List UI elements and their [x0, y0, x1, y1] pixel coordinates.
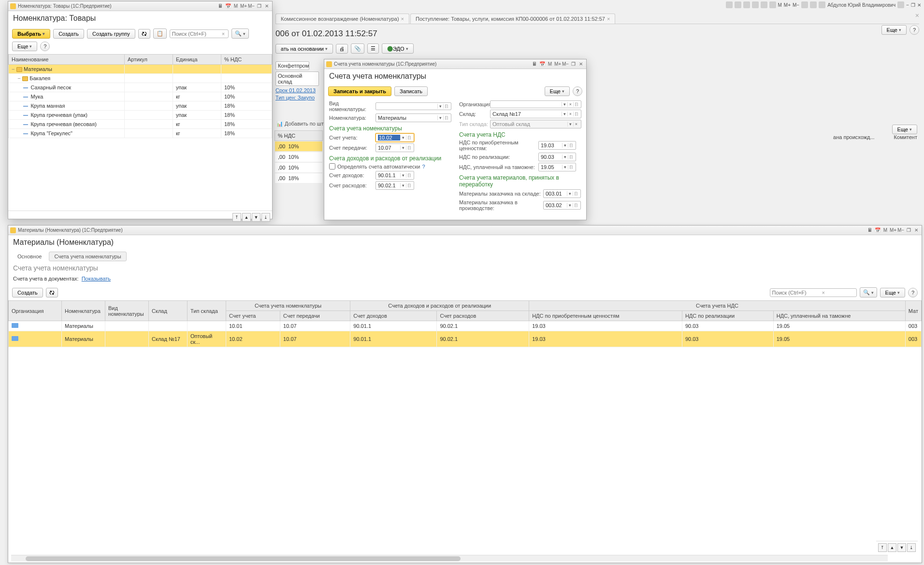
print-button[interactable]: 🖨 [336, 44, 348, 54]
close-icon[interactable]: × [607, 16, 610, 22]
save-close-button[interactable]: Записать и закрыть [328, 86, 391, 96]
table-row[interactable]: МатериалыСклад №17Оптовый ск...10.0210.0… [9, 331, 922, 347]
list-button[interactable]: ☰ [367, 43, 379, 54]
mminus-label[interactable]: M− [897, 227, 904, 234]
create-button[interactable]: Создать [53, 29, 84, 39]
restore-icon[interactable]: ❐ [256, 3, 262, 10]
info-icon[interactable] [897, 1, 904, 8]
table-row[interactable]: Крупа маннаяупак18% [9, 101, 272, 111]
m-label[interactable]: M [547, 61, 553, 68]
price-type-link[interactable]: Тип цен: Закупо [275, 95, 315, 100]
window-titlebar[interactable]: Материалы (Номенклатура) (1С:Предприятие… [8, 226, 922, 235]
close-icon[interactable]: × [915, 12, 919, 19]
kind-input[interactable]: ▾⌸ [375, 102, 451, 110]
table-row[interactable]: Мукакг10% [9, 92, 272, 101]
m-label[interactable]: M [778, 2, 782, 8]
help-button[interactable]: ? [40, 42, 50, 51]
m-label[interactable]: M [882, 227, 889, 234]
pager-up[interactable]: ▲ [888, 543, 896, 552]
expense-account-input[interactable]: 90.02.1▾⌸ [375, 181, 414, 190]
search-input[interactable]: × [770, 288, 857, 297]
tab-accounts[interactable]: Счета учета номенклатуры [49, 252, 126, 261]
mplus-label[interactable]: M+ [240, 3, 247, 10]
calc-icon[interactable]: 🖩 [531, 61, 538, 68]
help-hint-icon[interactable]: ? [422, 164, 425, 170]
clear-icon[interactable]: × [821, 290, 826, 296]
refresh-button[interactable]: 🗘 [138, 29, 150, 39]
nds-out-input[interactable]: 90.03▾⌸ [538, 153, 576, 161]
mminus-label[interactable]: M− [793, 2, 799, 8]
nds-customs-input[interactable]: 19.05▾⌸ [538, 163, 576, 171]
restore-icon[interactable]: ❐ [905, 227, 912, 234]
star-icon[interactable] [819, 1, 825, 8]
tab-commission[interactable]: Комиссионное вознаграждение (Номенклатур… [275, 14, 409, 24]
close-icon[interactable]: × [401, 16, 404, 22]
pager-down[interactable]: ▼ [897, 543, 906, 552]
create-based-on-button[interactable]: ать на основании [275, 44, 333, 54]
calendar-icon[interactable]: 📅 [225, 3, 231, 10]
attach-button[interactable]: 📎 [351, 43, 364, 54]
nomenclature-table[interactable]: Наименование Артикул Единица % НДС −Мате… [8, 54, 272, 138]
mat-prod-input[interactable]: 003.02▾⌸ [543, 201, 581, 210]
window-titlebar[interactable]: Счета учета номенклатуры (1С:Предприятие… [324, 59, 586, 69]
toolbar-icon[interactable] [726, 1, 733, 8]
toolbar-icon[interactable] [752, 1, 759, 8]
more-button[interactable]: Еще [545, 86, 570, 96]
window-titlebar[interactable]: Номенклатура: Товары (1С:Предприятие) 🖩 … [8, 1, 272, 11]
user-name[interactable]: Абдулов Юрий Владимирович [827, 2, 895, 8]
pager-down[interactable]: ▼ [252, 213, 260, 222]
toolbar-icon[interactable] [743, 1, 750, 8]
more-button[interactable]: Еще [892, 125, 917, 134]
close-icon[interactable]: ✕ [917, 2, 921, 8]
mplus-label[interactable]: M+ [554, 61, 561, 68]
toolbar-icon[interactable] [769, 1, 776, 8]
nds-in-input[interactable]: 19.03▾⌸ [538, 141, 576, 150]
pager-last[interactable]: ⤓ [907, 543, 916, 552]
table-row[interactable]: −Материалы [9, 65, 272, 74]
table-row[interactable]: Материалы10.0110.0790.01.190.02.119.0390… [9, 321, 922, 331]
select-button[interactable]: Выбрать [12, 29, 50, 39]
pager-last[interactable]: ⤓ [261, 213, 270, 222]
toolbar-icon[interactable] [761, 1, 767, 8]
close-icon[interactable]: ✕ [913, 227, 920, 234]
income-account-input[interactable]: 90.01.1▾⌸ [375, 171, 414, 180]
edo-button[interactable]: ⬤ ЭДО [382, 43, 414, 54]
table-row[interactable]: Крупа "Геркулес"кг18% [9, 129, 272, 138]
account-input[interactable]: 10.02▾⌸ [375, 133, 414, 142]
show-in-docs-link[interactable]: Показывать [82, 276, 111, 282]
more-button[interactable]: Еще [881, 25, 907, 35]
pager-first[interactable]: ⤒ [232, 213, 241, 222]
more-button[interactable]: Еще [880, 288, 905, 297]
auto-accounts-checkbox[interactable] [329, 163, 335, 170]
minimize-icon[interactable]: − [906, 2, 909, 8]
calc-icon[interactable]: 🖩 [866, 227, 873, 234]
help-button[interactable]: ? [573, 86, 582, 96]
help-button[interactable]: ? [910, 25, 919, 35]
calc-icon[interactable]: 🖩 [217, 3, 224, 10]
warehouse-input[interactable]: Склад №17▾×⌸ [490, 110, 581, 118]
calendar-icon[interactable]: 📅 [539, 61, 546, 68]
toolbar-icon[interactable] [735, 1, 741, 8]
restore-icon[interactable]: ❐ [570, 61, 577, 68]
find-button[interactable]: 🔍 [860, 287, 877, 297]
mplus-label[interactable]: M+ [784, 2, 791, 8]
help-button[interactable]: ? [908, 288, 918, 297]
more-button[interactable]: Еще [12, 42, 37, 51]
horizontal-scrollbar[interactable] [11, 555, 888, 562]
term-link[interactable]: Срок 01.02.2013 [275, 87, 316, 93]
create-group-button[interactable]: Создать группу [87, 29, 135, 39]
bell-icon[interactable] [810, 1, 817, 8]
refresh-button[interactable]: 🗘 [46, 288, 58, 297]
table-row[interactable]: −Бакалея [9, 74, 272, 83]
restore-icon[interactable]: ❐ [911, 2, 915, 8]
accounts-table[interactable]: Организация Номенклатура Вид номенклатур… [8, 300, 922, 347]
calendar-icon[interactable]: 📅 [874, 227, 881, 234]
close-icon[interactable]: ✕ [263, 3, 270, 10]
close-icon[interactable]: ✕ [578, 61, 584, 68]
save-button[interactable]: Записать [394, 86, 428, 96]
tab-main[interactable]: Основное [12, 252, 47, 261]
pager-up[interactable]: ▲ [242, 213, 251, 222]
table-row[interactable]: Крупа гречневая (весовая)кг18% [9, 120, 272, 129]
find-button[interactable]: 🔍 [231, 28, 249, 39]
table-row[interactable]: Крупа гречневая (упак)упак18% [9, 111, 272, 120]
